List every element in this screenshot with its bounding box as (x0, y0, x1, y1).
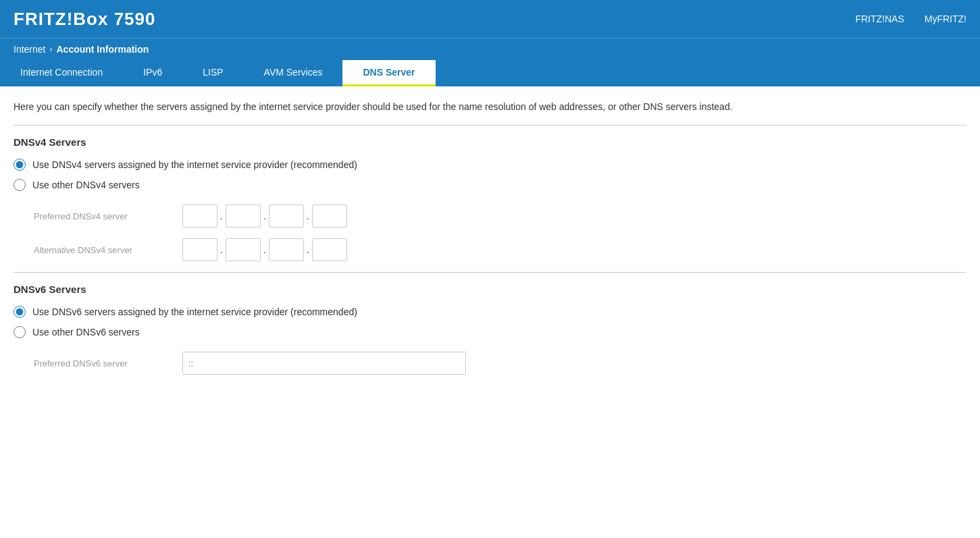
alternative-dnsv4-octet4[interactable] (312, 238, 347, 261)
dnsv4-section: DNSv4 Servers Use DNSv4 servers assigned… (14, 136, 966, 261)
alternative-dnsv4-fields: . . . (182, 238, 347, 261)
dnsv4-other-label: Use other DNSv4 servers (32, 180, 140, 190)
main-content: Here you can specify whether the servers… (0, 86, 980, 399)
tab-dns-server[interactable]: DNS Server (342, 60, 435, 86)
section-divider-middle (14, 272, 966, 273)
alternative-dnsv4-row: Alternative DNSv4 server . . . (34, 238, 966, 261)
preferred-dnsv4-octet3[interactable] (269, 205, 304, 227)
alternative-dnsv4-label: Alternative DNSv4 server (34, 245, 182, 255)
tab-ipv6[interactable]: IPv6 (123, 60, 182, 86)
dnsv6-title: DNSv6 Servers (14, 284, 966, 295)
breadcrumb-parent[interactable]: Internet (14, 44, 45, 55)
dnsv4-isp-label: Use DNSv4 servers assigned by the intern… (32, 159, 357, 170)
alternative-dnsv4-octet1[interactable] (182, 238, 217, 261)
preferred-dnsv4-row: Preferred DNSv4 server . . . (34, 205, 966, 227)
preferred-dnsv6-input[interactable] (182, 352, 466, 375)
breadcrumb-chevron: › (49, 45, 52, 54)
dnsv6-isp-label: Use DNSv6 servers assigned by the intern… (32, 306, 357, 317)
dnsv4-other-radio[interactable] (14, 179, 26, 191)
dnsv6-isp-option[interactable]: Use DNSv6 servers assigned by the intern… (14, 306, 966, 318)
breadcrumb: Internet › Account Information (0, 38, 980, 60)
dnsv6-radio-group: Use DNSv6 servers assigned by the intern… (14, 306, 966, 338)
dnsv4-isp-radio[interactable] (14, 159, 26, 171)
alternative-dnsv4-octet3[interactable] (269, 238, 304, 261)
alternative-dnsv4-octet2[interactable] (226, 238, 261, 261)
preferred-dnsv4-octet4[interactable] (312, 205, 347, 227)
section-divider-top (14, 125, 966, 126)
preferred-dnsv4-octet1[interactable] (182, 205, 217, 227)
dnsv4-title: DNSv4 Servers (14, 136, 966, 148)
tab-avm-services[interactable]: AVM Services (244, 60, 343, 86)
fritz-nas-link[interactable]: FRITZ!NAS (855, 14, 904, 24)
dot6: . (304, 244, 312, 255)
breadcrumb-current: Account Information (56, 44, 149, 55)
tab-bar: Internet Connection IPv6 LISP AVM Servic… (0, 60, 980, 86)
description-text: Here you can specify whether the servers… (14, 100, 966, 114)
header-nav: FRITZ!NAS MyFRITZ! (855, 14, 966, 24)
dot3: . (304, 211, 312, 221)
preferred-dnsv4-label: Preferred DNSv4 server (34, 211, 182, 221)
tab-internet-connection[interactable]: Internet Connection (0, 60, 123, 86)
tab-lisp[interactable]: LISP (182, 60, 243, 86)
preferred-dnsv6-label: Preferred DNSv6 server (34, 358, 182, 369)
dot2: . (261, 211, 269, 221)
dot5: . (261, 244, 269, 255)
app-logo: FRITZ!Box 7590 (14, 9, 156, 30)
dnsv4-radio-group: Use DNSv4 servers assigned by the intern… (14, 159, 966, 191)
dot4: . (217, 244, 226, 255)
dot1: . (217, 211, 226, 221)
preferred-dnsv6-row: Preferred DNSv6 server (34, 352, 966, 375)
my-fritz-link[interactable]: MyFRITZ! (925, 14, 966, 24)
dnsv4-isp-option[interactable]: Use DNSv4 servers assigned by the intern… (14, 159, 966, 171)
dnsv6-other-label: Use other DNSv6 servers (32, 327, 140, 338)
dnsv6-other-radio[interactable] (14, 326, 26, 338)
dnsv6-other-option[interactable]: Use other DNSv6 servers (14, 326, 966, 338)
dnsv4-other-option[interactable]: Use other DNSv4 servers (14, 179, 966, 191)
preferred-dnsv4-fields: . . . (182, 205, 347, 227)
dnsv6-section: DNSv6 Servers Use DNSv6 servers assigned… (14, 284, 966, 375)
preferred-dnsv4-octet2[interactable] (226, 205, 261, 227)
app-header: FRITZ!Box 7590 FRITZ!NAS MyFRITZ! (0, 0, 980, 38)
dnsv6-isp-radio[interactable] (14, 306, 26, 318)
